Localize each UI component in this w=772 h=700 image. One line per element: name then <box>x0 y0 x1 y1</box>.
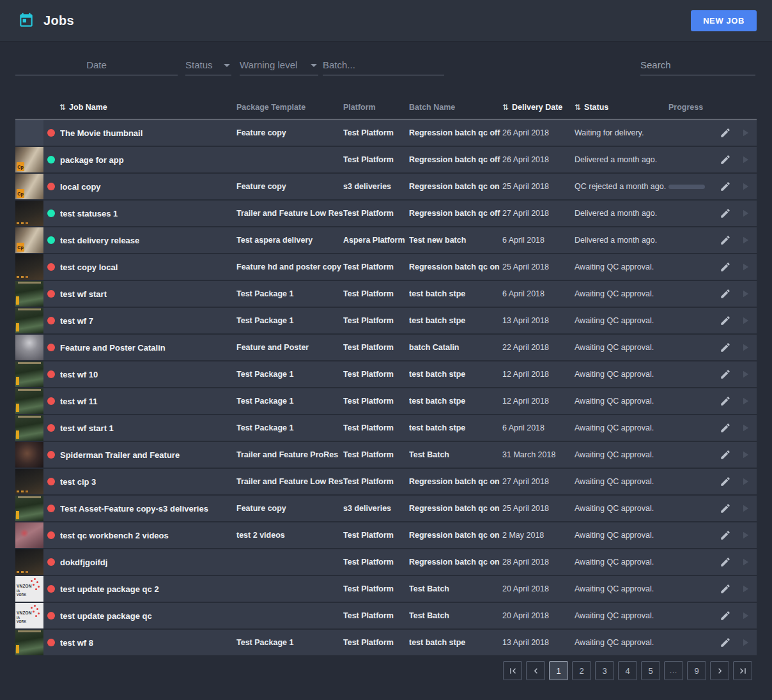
play-icon[interactable] <box>739 422 751 434</box>
package-template: Test aspera delivery <box>236 236 343 245</box>
pagination-page-9[interactable]: 9 <box>687 661 706 680</box>
edit-icon[interactable] <box>720 583 731 595</box>
edit-icon[interactable] <box>720 422 731 434</box>
play-icon[interactable] <box>739 234 751 246</box>
play-icon[interactable] <box>739 556 751 568</box>
job-name: Feature and Poster Catalin <box>60 343 166 353</box>
table-row[interactable]: test copy localFeature hd and poster cop… <box>15 254 757 280</box>
edit-icon[interactable] <box>720 154 731 165</box>
table-row[interactable]: VNZONIAVORKtest update package qcTest Pl… <box>15 603 757 628</box>
edit-icon[interactable] <box>720 637 731 648</box>
play-icon[interactable] <box>739 369 751 380</box>
edit-icon[interactable] <box>720 529 731 541</box>
edit-icon[interactable] <box>720 395 731 407</box>
play-icon[interactable] <box>739 503 751 514</box>
table-row[interactable]: test wf 10Test Package 1Test Platformtes… <box>15 361 757 387</box>
warning-level-filter-dropdown[interactable]: Warning level <box>240 49 318 75</box>
play-icon[interactable] <box>739 127 751 139</box>
job-name: local copy <box>60 182 101 192</box>
table-row[interactable]: test cip 3Trailer and Feature Low ResTes… <box>15 469 757 494</box>
edit-icon[interactable] <box>720 503 731 514</box>
play-icon[interactable] <box>739 315 751 326</box>
table-row[interactable]: Cplocal copyFeature copys3 deliveriesReg… <box>15 174 757 199</box>
table-row[interactable]: VNZONIAVORKtest update package qc 2Test … <box>15 576 757 602</box>
platform: Test Platform <box>343 558 409 567</box>
column-header-date[interactable]: ⇅Delivery Date <box>502 103 575 112</box>
edit-icon[interactable] <box>720 315 731 326</box>
play-icon[interactable] <box>739 342 751 353</box>
table-row[interactable]: The Movie thumbnailFeature copyTest Plat… <box>15 120 757 146</box>
table-row[interactable]: test qc workbench 2 videostest 2 videosT… <box>15 522 757 548</box>
table-row[interactable]: Cptest delivery releaseTest aspera deliv… <box>15 227 757 253</box>
edit-icon[interactable] <box>720 342 731 353</box>
table-body: The Movie thumbnailFeature copyTest Plat… <box>15 120 757 657</box>
table-row[interactable]: Spiderman Trailer and FeatureTrailer and… <box>15 442 757 468</box>
edit-icon[interactable] <box>720 556 731 568</box>
edit-icon[interactable] <box>720 288 731 300</box>
status-dot-red <box>47 263 55 271</box>
table-row[interactable]: test wf startTest Package 1Test Platform… <box>15 281 757 307</box>
job-name: test delivery release <box>60 236 139 245</box>
edit-icon[interactable] <box>720 208 731 219</box>
table-row[interactable]: test wf 7Test Package 1Test Platformtest… <box>15 308 757 333</box>
pagination-ellipsis[interactable]: ... <box>664 661 683 680</box>
play-icon[interactable] <box>739 288 751 300</box>
pagination-prev-button[interactable] <box>526 661 545 680</box>
play-icon[interactable] <box>739 181 751 192</box>
play-icon[interactable] <box>739 583 751 595</box>
play-icon[interactable] <box>739 261 751 273</box>
edit-icon[interactable] <box>720 261 731 273</box>
table-row[interactable]: test statuses 1Trailer and Feature Low R… <box>15 201 757 226</box>
status-dot-red <box>47 478 55 485</box>
table-row[interactable]: test wf 11Test Package 1Test Platformtes… <box>15 388 757 414</box>
pagination-last-button[interactable] <box>733 661 752 680</box>
sort-icon: ⇅ <box>502 103 509 112</box>
play-icon[interactable] <box>739 449 751 460</box>
table-row[interactable]: Cppackage for appTest PlatformRegression… <box>15 147 757 172</box>
pagination-page-2[interactable]: 2 <box>572 661 591 680</box>
column-header-name[interactable]: ⇅Job Name <box>15 103 236 112</box>
status-dot-green <box>47 209 55 217</box>
edit-icon[interactable] <box>720 181 731 192</box>
table-row[interactable]: Feature and Poster CatalinFeature and Po… <box>15 335 757 360</box>
play-icon[interactable] <box>739 637 751 648</box>
edit-icon[interactable] <box>720 369 731 380</box>
play-icon[interactable] <box>739 529 751 541</box>
play-icon[interactable] <box>739 208 751 219</box>
job-name: test cip 3 <box>60 477 96 487</box>
column-header-progress: Progress <box>668 103 714 112</box>
edit-icon[interactable] <box>720 610 731 621</box>
pagination-page-3[interactable]: 3 <box>595 661 614 680</box>
table-row[interactable]: dokdfjgoifdjTest PlatformRegression batc… <box>15 549 757 575</box>
edit-icon[interactable] <box>720 476 731 487</box>
edit-icon[interactable] <box>720 234 731 246</box>
edit-icon[interactable] <box>720 449 731 460</box>
job-name-cell: test wf 8 <box>43 638 236 648</box>
pagination-first-button[interactable] <box>503 661 522 680</box>
edit-icon[interactable] <box>720 127 731 139</box>
delivery-date: 6 April 2018 <box>502 236 575 245</box>
play-icon[interactable] <box>739 610 751 621</box>
pagination-next-button[interactable] <box>710 661 729 680</box>
play-icon[interactable] <box>739 476 751 487</box>
play-icon[interactable] <box>739 154 751 165</box>
date-filter[interactable]: Date <box>15 49 178 75</box>
column-header-status[interactable]: ⇅Status <box>575 103 668 112</box>
search-input[interactable]: Search <box>640 49 755 75</box>
pagination-page-1[interactable]: 1 <box>549 661 568 680</box>
batch-name: Test Batch <box>409 611 502 620</box>
play-icon[interactable] <box>739 395 751 407</box>
batch-filter-input[interactable]: Batch... <box>323 49 444 75</box>
new-job-button[interactable]: NEW JOB <box>691 10 757 31</box>
delivery-date: 25 April 2018 <box>502 262 575 271</box>
pagination-page-4[interactable]: 4 <box>618 661 637 680</box>
status-dot-red <box>47 183 55 190</box>
pagination-page-5[interactable]: 5 <box>641 661 660 680</box>
batch-name: test batch stpe <box>409 397 502 406</box>
batch-name: Test Batch <box>409 450 502 459</box>
row-actions <box>714 610 757 621</box>
table-row[interactable]: test wf 8Test Package 1Test Platformtest… <box>15 630 757 655</box>
table-row[interactable]: test wf start 1Test Package 1Test Platfo… <box>15 415 757 441</box>
table-row[interactable]: Test Asset-Feature copy-s3 deliveriesFea… <box>15 496 757 521</box>
status-filter-dropdown[interactable]: Status <box>185 49 231 75</box>
